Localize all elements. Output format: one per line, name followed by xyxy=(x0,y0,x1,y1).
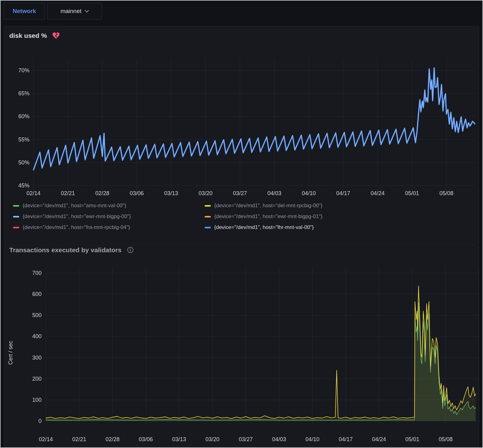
legend-item[interactable]: {device="/dev/md1", host="del-mnt-rpcbig… xyxy=(205,203,322,209)
svg-text:03/20: 03/20 xyxy=(206,436,219,442)
svg-text:02/14: 02/14 xyxy=(39,436,53,442)
svg-text:55%: 55% xyxy=(18,137,29,143)
svg-text:03/20: 03/20 xyxy=(198,190,212,196)
svg-text:03/06: 03/06 xyxy=(139,436,153,442)
svg-text:04/17: 04/17 xyxy=(336,190,350,196)
chevron-down-icon xyxy=(85,10,89,13)
disk-used-chart[interactable]: 02/1402/2102/2803/0603/1303/2003/2704/03… xyxy=(0,47,483,203)
info-icon[interactable] xyxy=(126,246,134,254)
legend-item[interactable]: {device="/dev/md1", host="fra-mnt-rpcbig… xyxy=(13,224,205,231)
svg-text:05/08: 05/08 xyxy=(440,190,454,196)
svg-text:100: 100 xyxy=(32,397,42,403)
svg-text:02/28: 02/28 xyxy=(105,436,119,442)
legend-item-label: {device="/dev/md1", host="fra-mnt-rpcbig… xyxy=(23,224,130,231)
svg-text:03/06: 03/06 xyxy=(130,190,144,196)
legend-item-label: {device="/dev/md1", host="ams-mnt-val-00… xyxy=(23,203,126,209)
svg-text:45%: 45% xyxy=(18,182,29,189)
legend-item-label: {device="/dev/md1", host="ewr-mnt-bigpg-… xyxy=(23,213,131,220)
legend-item[interactable]: {device="/dev/md1", host="lhr-mnt-val-00… xyxy=(205,224,322,231)
svg-text:70%: 70% xyxy=(18,67,29,74)
dashboard-variable-bar: Network mainnet xyxy=(0,0,483,24)
svg-text:500: 500 xyxy=(32,312,42,318)
legend-item[interactable]: {device="/dev/md1", host="ams-mnt-val-00… xyxy=(13,203,205,209)
legend-item[interactable]: {device="/dev/md1", host="ewr-mnt-bigpg-… xyxy=(205,213,322,220)
y-axis-label: Cert / sec xyxy=(7,341,14,365)
svg-text:05/08: 05/08 xyxy=(439,436,453,442)
transactions-panel-title[interactable]: Transactions executed by validators xyxy=(9,246,134,254)
svg-text:50%: 50% xyxy=(18,159,29,166)
svg-text:04/10: 04/10 xyxy=(302,190,316,196)
svg-text:03/27: 03/27 xyxy=(233,190,247,196)
svg-text:03/13: 03/13 xyxy=(164,190,178,196)
broken-heart-icon xyxy=(52,31,60,40)
series-color-swatch xyxy=(205,205,211,207)
series-color-swatch xyxy=(205,227,211,228)
series-color-swatch xyxy=(205,216,211,217)
panel-title-text: disk used % xyxy=(9,32,47,39)
svg-text:04/17: 04/17 xyxy=(339,436,353,442)
svg-text:02/14: 02/14 xyxy=(26,190,40,196)
svg-text:02/28: 02/28 xyxy=(95,190,109,196)
svg-text:03/13: 03/13 xyxy=(172,436,186,442)
svg-text:04/03: 04/03 xyxy=(267,190,281,196)
svg-text:05/01: 05/01 xyxy=(405,190,419,196)
disk-used-panel-title[interactable]: disk used % xyxy=(9,31,60,40)
svg-text:05/01: 05/01 xyxy=(405,436,419,442)
svg-text:60%: 60% xyxy=(18,113,29,119)
svg-text:02/21: 02/21 xyxy=(72,436,86,442)
svg-text:300: 300 xyxy=(32,355,42,361)
legend-item[interactable]: {device="/dev/md1", host="ewr-mnt-bigpg-… xyxy=(13,213,205,220)
svg-text:03/27: 03/27 xyxy=(239,436,253,442)
svg-text:0: 0 xyxy=(38,418,42,424)
series-color-swatch xyxy=(13,227,19,228)
svg-text:04/24: 04/24 xyxy=(372,436,386,442)
disk-used-legend: {device="/dev/md1", host="ams-mnt-val-00… xyxy=(13,203,322,231)
variable-value-dropdown[interactable]: mainnet xyxy=(47,3,102,20)
svg-text:400: 400 xyxy=(32,333,42,339)
svg-text:04/03: 04/03 xyxy=(272,436,286,442)
series-color-swatch xyxy=(13,205,19,207)
variable-label-network: Network xyxy=(4,3,45,20)
series-color-swatch xyxy=(13,216,19,217)
legend-item-label: {device="/dev/md1", host="ewr-mnt-bigpg-… xyxy=(214,213,322,220)
transactions-chart[interactable]: 02/1402/2102/2803/0603/1303/2003/2704/03… xyxy=(0,262,483,448)
panel-title-text: Transactions executed by validators xyxy=(9,246,122,254)
svg-text:04/24: 04/24 xyxy=(370,190,384,196)
legend-item-label: {device="/dev/md1", host="del-mnt-rpcbig… xyxy=(214,203,322,209)
svg-text:700: 700 xyxy=(32,270,42,276)
svg-text:04/10: 04/10 xyxy=(305,436,319,442)
variable-value-text: mainnet xyxy=(60,8,82,15)
variable-label-text: Network xyxy=(13,8,36,15)
svg-text:600: 600 xyxy=(32,291,42,297)
svg-text:200: 200 xyxy=(32,376,42,382)
svg-text:02/21: 02/21 xyxy=(61,190,75,196)
legend-item-label: {device="/dev/md1", host="lhr-mnt-val-00… xyxy=(214,224,314,231)
svg-text:65%: 65% xyxy=(18,90,29,96)
